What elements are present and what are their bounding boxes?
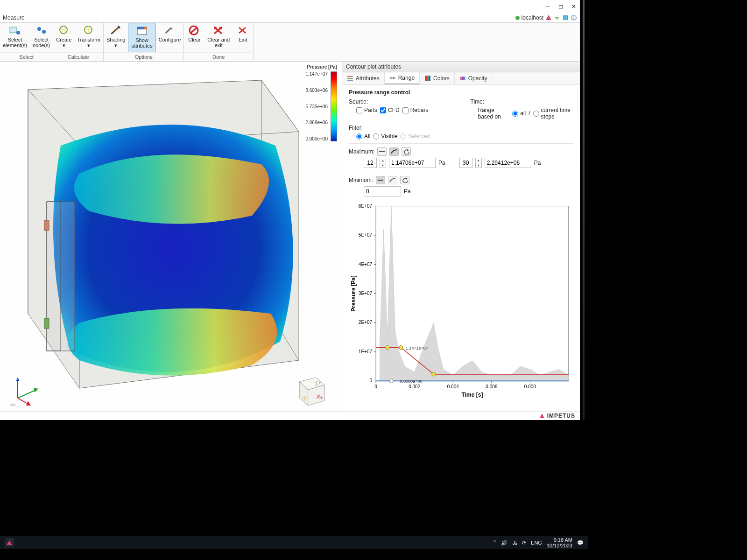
view-cube[interactable]: Z+ X+ Y- xyxy=(291,369,329,406)
svg-line-29 xyxy=(18,390,36,398)
svg-text:5E+07: 5E+07 xyxy=(359,232,373,238)
time-label: Time: xyxy=(471,98,574,105)
source-rebars-checkbox[interactable]: Rebars xyxy=(402,107,429,113)
svg-point-7 xyxy=(37,27,41,31)
connection-status-icon xyxy=(515,16,520,20)
connection-host: localhost xyxy=(521,14,543,21)
ribbon-group-done: Done xyxy=(184,52,253,61)
svg-point-80 xyxy=(399,346,403,350)
min-mode-curve-button[interactable] xyxy=(388,176,397,184)
svg-text:1E+07: 1E+07 xyxy=(359,349,373,354)
svg-rect-2 xyxy=(564,16,568,20)
taskbar: ˄ 🔊 🖧 ⟳ ENG 9:18 AM 10/12/2023 💬 xyxy=(0,536,588,549)
max-step-spinner[interactable]: ▲▼ xyxy=(380,158,386,168)
tray-notifications-icon[interactable]: 💬 xyxy=(577,540,584,546)
status-icon-2[interactable] xyxy=(554,14,560,21)
svg-point-6 xyxy=(16,31,20,35)
menu-measure[interactable]: Measure xyxy=(3,14,25,21)
svg-text:4E+07: 4E+07 xyxy=(359,262,373,267)
clear-exit-button[interactable]: Clear and exit xyxy=(204,23,233,52)
max-mode-flat-button[interactable] xyxy=(377,147,387,156)
min-unit: Pa xyxy=(404,188,411,195)
source-parts-checkbox[interactable]: Parts xyxy=(356,107,377,113)
max-mode-curve-button[interactable] xyxy=(389,147,399,156)
time-all-radio[interactable]: all xyxy=(512,110,526,117)
configure-button[interactable]: Configure xyxy=(156,23,184,52)
brand-bar: IMPETUS xyxy=(0,411,580,420)
filter-visible-radio[interactable]: Visible xyxy=(373,133,397,140)
tray-sync-icon[interactable]: ⟳ xyxy=(522,540,526,546)
max-reset-button[interactable] xyxy=(402,147,411,156)
panel-title: Contour plot attributes xyxy=(342,62,580,72)
max-value-input[interactable] xyxy=(389,158,436,168)
transform-button[interactable]: Transform ▾ xyxy=(74,23,103,52)
status-icon-3[interactable] xyxy=(562,14,569,21)
svg-rect-45 xyxy=(429,76,430,81)
svg-point-1 xyxy=(557,18,558,20)
svg-rect-13 xyxy=(144,27,147,29)
tab-range[interactable]: Range xyxy=(385,72,420,84)
svg-text:0.004: 0.004 xyxy=(447,384,459,389)
taskbar-app-icon[interactable] xyxy=(5,538,14,547)
select-elements-button[interactable]: Select element(s) xyxy=(0,23,30,52)
tray-chevron-icon[interactable]: ˄ xyxy=(493,540,496,546)
svg-rect-25 xyxy=(44,220,49,231)
select-nodes-button[interactable]: Select node(s) xyxy=(30,23,53,52)
taskbar-clock[interactable]: 9:18 AM 10/12/2023 xyxy=(547,537,572,548)
svg-text:0.006: 0.006 xyxy=(486,384,497,389)
min-value-input[interactable] xyxy=(364,186,401,196)
svg-text:2E+07: 2E+07 xyxy=(359,320,373,325)
ribbon-group-options: Options xyxy=(104,52,183,61)
svg-line-16 xyxy=(190,28,197,33)
svg-text:0.008: 0.008 xyxy=(524,384,536,389)
svg-text:0.0000e+00: 0.0000e+00 xyxy=(400,379,423,384)
svg-marker-30 xyxy=(34,388,38,392)
tray-network-icon[interactable]: 🖧 xyxy=(512,540,517,546)
tab-opacity[interactable]: Opacity xyxy=(455,72,493,84)
max-value2-input[interactable] xyxy=(485,158,531,168)
status-icon-1[interactable] xyxy=(545,14,552,21)
filter-selected-radio: Selected xyxy=(400,133,430,140)
maximize-button[interactable]: ◻ xyxy=(557,3,564,10)
minimize-button[interactable]: ─ xyxy=(544,3,551,10)
max-unit: Pa xyxy=(438,160,445,166)
tab-attributes[interactable]: Attributes xyxy=(342,72,385,84)
svg-point-8 xyxy=(42,30,46,34)
info-icon[interactable]: i xyxy=(571,14,577,21)
svg-text:6E+07: 6E+07 xyxy=(359,203,373,209)
range-basis-prefix: Range based on xyxy=(478,107,510,120)
panel-heading: Pressure range control xyxy=(349,89,573,96)
filter-all-radio[interactable]: All xyxy=(356,133,370,140)
max-step2-spinner[interactable]: ▲▼ xyxy=(475,158,482,168)
svg-marker-28 xyxy=(16,378,20,381)
menubar: Measure localhost i xyxy=(0,13,580,22)
source-cfd-checkbox[interactable]: CFD xyxy=(380,107,400,113)
cfd-scene: mit xyxy=(0,62,336,407)
shading-button[interactable]: Shading ▾ xyxy=(104,23,128,52)
svg-text:0: 0 xyxy=(374,384,377,389)
create-button[interactable]: Create ▾ xyxy=(53,23,74,52)
svg-point-79 xyxy=(386,346,389,350)
range-chart[interactable]: 01E+072E+073E+074E+075E+076E+0700.0020.0… xyxy=(349,200,573,401)
exit-button[interactable]: Exit xyxy=(233,23,253,52)
axis-triad-icon: xyz xyxy=(9,374,42,406)
svg-rect-39 xyxy=(347,80,353,81)
svg-marker-85 xyxy=(540,413,544,418)
tray-speaker-icon[interactable]: 🔊 xyxy=(501,540,507,546)
svg-point-47 xyxy=(462,77,465,80)
tray-language[interactable]: ENG xyxy=(531,540,542,546)
show-attributes-button[interactable]: Show attributes xyxy=(128,23,155,52)
viewport-3d[interactable]: Pressure [Pa] 1.147e+07 8.603e+06 5.735e… xyxy=(0,62,342,411)
svg-text:Pressure [Pa]: Pressure [Pa] xyxy=(350,275,357,311)
close-button[interactable]: ✕ xyxy=(571,3,577,10)
min-mode-flat-button[interactable] xyxy=(376,176,385,184)
max-step2-input[interactable] xyxy=(459,158,472,168)
min-reset-button[interactable] xyxy=(400,176,409,184)
brand-text: IMPETUS xyxy=(547,413,575,419)
maximum-label: Maximum: xyxy=(349,148,374,155)
svg-point-82 xyxy=(389,379,393,383)
time-current-radio[interactable]: current time steps xyxy=(533,107,573,120)
tab-colors[interactable]: Colors xyxy=(420,72,455,84)
clear-button[interactable]: Clear xyxy=(184,23,204,52)
max-step-input[interactable] xyxy=(364,158,377,168)
